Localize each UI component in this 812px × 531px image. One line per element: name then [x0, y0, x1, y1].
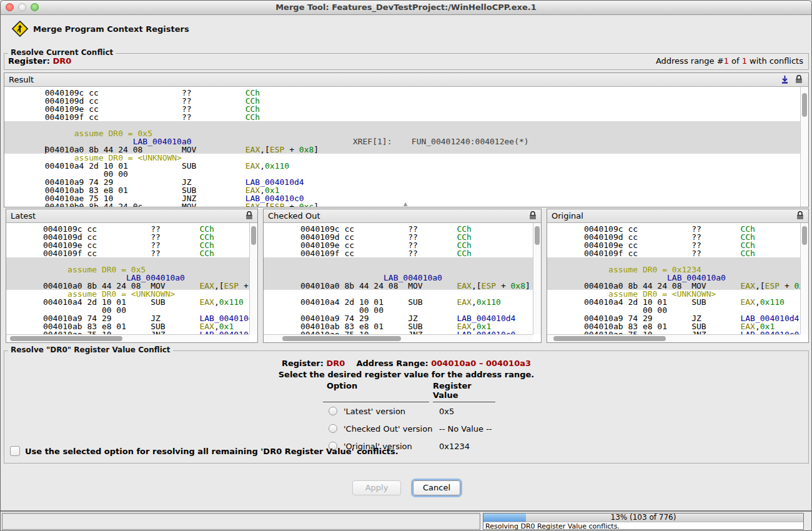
option-label[interactable]: 'Latest' version — [344, 407, 433, 416]
checked-out-disassembly[interactable]: 0040109c cc ?? CCh 0040109d cc ?? CCh 00… — [264, 223, 533, 334]
listing-line: 004010a0 8b 44 24 08 MOV EAX,[ESP + 0x8] — [264, 282, 533, 290]
register-label: Register: — [8, 56, 50, 66]
listing-line: 0040109f cc ?? CCh — [547, 249, 800, 257]
listing-line: 0040109f cc ?? CCh — [264, 249, 533, 257]
original-vertical-scrollbar[interactable] — [800, 223, 808, 334]
latest-panel-header: Latest — [6, 209, 257, 223]
option-column-header: Option — [323, 380, 429, 402]
option-register-value: -- No Value -- — [433, 424, 492, 434]
progress-area: 13% (103 of 776) Resolving DR0 Register … — [483, 513, 804, 530]
latest-vertical-scrollbar[interactable] — [249, 223, 257, 334]
checked-out-panel-header: Checked Out — [264, 209, 541, 223]
register-value: DR0 — [53, 56, 72, 66]
address-range-status: Address range #1 of 1 with conflicts — [656, 56, 803, 66]
result-panel-title: Result — [9, 75, 34, 84]
progress-text: 13% (103 of 776) — [483, 514, 803, 522]
conflict-register-line: Register: DR0 Address Range: 004010a0 – … — [4, 359, 808, 368]
lock-icon[interactable] — [245, 211, 254, 223]
option-table-header: Option Register Value — [323, 380, 529, 402]
listing-line — [264, 257, 533, 266]
use-for-all-checkbox-row[interactable]: Use the selected option for resolving al… — [10, 446, 399, 456]
checked-out-listing-body: 0040109c cc ?? CCh 0040109d cc ?? CCh 00… — [264, 223, 541, 342]
register-label: Register: — [282, 359, 324, 368]
phase-title: Merge Program Context Registers — [33, 24, 189, 34]
checked-out-vertical-scrollbar[interactable] — [533, 223, 541, 334]
instruction-text: Select the desired register value for th… — [4, 370, 808, 379]
resolve-current-conflict-group: Resolve Current Conflict Register: DR0 A… — [4, 53, 809, 70]
window-close-icon[interactable] — [6, 3, 14, 11]
result-listing-body: 0040109c cc ?? CCh 0040109d cc ?? CCh 00… — [4, 87, 808, 207]
checked-out-panel-title: Checked Out — [268, 211, 320, 221]
use-for-all-checkbox-label: Use the selected option for resolving al… — [25, 447, 399, 456]
merge-tool-window: Merge Tool: Features_DevTestProject:/Win… — [0, 0, 812, 531]
option-register-value: 0x1234 — [433, 442, 470, 451]
address-range-value: 004010a0 – 004010a3 — [431, 359, 531, 368]
progress-bar: 13% (103 of 776) — [483, 514, 803, 522]
download-apply-icon[interactable] — [780, 74, 790, 87]
merge-program-icon — [12, 21, 28, 39]
scroll-thumb[interactable] — [553, 336, 666, 341]
value-column-header: Register Value — [433, 380, 495, 402]
group-title: Resolve Current Conflict — [8, 48, 116, 57]
scroll-thumb[interactable] — [10, 336, 122, 341]
lock-icon[interactable] — [795, 74, 803, 87]
option-row: 'Checked Out' version-- No Value -- — [323, 420, 529, 437]
option-radio-0[interactable] — [329, 407, 337, 415]
progress-message: Resolving DR0 Register Value conflicts. — [485, 522, 620, 530]
window-zoom-icon[interactable] — [31, 3, 39, 11]
original-panel: Original 0040109c cc ?? CCh 0040109d cc … — [547, 209, 809, 343]
splitter-collapse-icon[interactable]: ▲ — [404, 201, 407, 207]
result-vertical-scrollbar[interactable] — [800, 87, 808, 207]
status-message-area — [2, 513, 480, 530]
latest-panel: Latest 0040109c cc ?? CCh 0040109d cc ??… — [6, 209, 258, 343]
register-value: DR0 — [326, 359, 345, 368]
original-disassembly[interactable]: 0040109c cc ?? CCh 0040109d cc ?? CCh 00… — [547, 223, 800, 334]
group-title: Resolve "DR0" Register Value Conflict — [8, 345, 173, 354]
scroll-thumb[interactable] — [535, 226, 540, 245]
option-register-value: 0x5 — [433, 407, 454, 416]
apply-button[interactable]: Apply — [352, 480, 401, 495]
use-for-all-checkbox[interactable] — [10, 446, 20, 456]
listing-line: 0040109f cc ?? CCh — [6, 249, 249, 257]
listing-line: 004010b0 8b 44 24 0c MOV EAX,[ESP + 0xc] — [4, 202, 800, 207]
original-panel-title: Original — [552, 211, 583, 221]
window-title: Merge Tool: Features_DevTestProject:/Win… — [1, 1, 811, 14]
latest-listing-body: 0040109c cc ?? CCh 0040109d cc ?? CCh 00… — [6, 223, 257, 342]
window-titlebar[interactable]: Merge Tool: Features_DevTestProject:/Win… — [1, 1, 811, 15]
option-radio-1[interactable] — [329, 424, 337, 433]
latest-horizontal-scrollbar[interactable] — [6, 334, 249, 342]
resolve-register-value-group: Resolve "DR0" Register Value Conflict Re… — [4, 350, 809, 464]
latest-panel-title: Latest — [11, 211, 36, 221]
original-listing-body: 0040109c cc ?? CCh 0040109d cc ?? CCh 00… — [547, 223, 808, 342]
status-bar-divider — [1, 510, 811, 512]
option-label[interactable]: 'Checked Out' version — [344, 424, 433, 434]
checked-out-horizontal-scrollbar[interactable] — [264, 334, 533, 342]
result-panel: Result 0040109c cc ?? — [4, 72, 809, 207]
scroll-thumb[interactable] — [251, 226, 256, 245]
latest-disassembly[interactable]: 0040109c cc ?? CCh 0040109d cc ?? CCh 00… — [6, 223, 249, 334]
original-panel-header: Original — [547, 209, 808, 223]
window-minimize-icon[interactable] — [18, 3, 26, 11]
result-disassembly[interactable]: 0040109c cc ?? CCh 0040109d cc ?? CCh 00… — [4, 87, 800, 207]
option-table: Option Register Value 'Latest' version0x… — [323, 380, 529, 455]
current-register-line: Register: DR0 — [8, 56, 71, 66]
result-panel-header: Result — [4, 73, 808, 87]
checked-out-panel: Checked Out 0040109c cc ?? CCh 0040109d … — [263, 209, 542, 343]
scroll-thumb[interactable] — [282, 336, 401, 341]
scroll-thumb[interactable] — [802, 93, 807, 117]
cancel-button[interactable]: Cancel — [413, 480, 460, 495]
lock-icon[interactable] — [528, 211, 537, 223]
lock-icon[interactable] — [796, 211, 805, 223]
listing-line: 0040109f cc ?? CCh — [4, 113, 800, 121]
address-range-label: Address Range: — [356, 359, 428, 368]
original-horizontal-scrollbar[interactable] — [547, 334, 800, 342]
scroll-thumb[interactable] — [802, 226, 807, 245]
option-row: 'Latest' version0x5 — [323, 402, 529, 420]
